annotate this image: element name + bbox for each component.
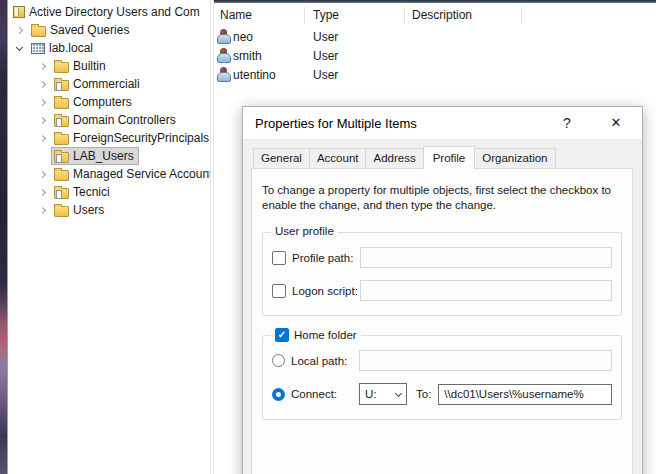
- connect-row: Connect: U: To:: [272, 383, 612, 405]
- tree-item-body[interactable]: Users: [51, 201, 109, 219]
- column-header-description[interactable]: Description: [405, 7, 522, 24]
- chevron-right-icon[interactable]: [34, 190, 51, 195]
- chevron-right-icon[interactable]: [34, 100, 51, 105]
- local-path-input[interactable]: [359, 350, 612, 371]
- tree-item-active-directory-users-and-com[interactable]: Active Directory Users and Com: [8, 3, 210, 21]
- tree-item-body[interactable]: Commerciali: [51, 75, 145, 93]
- drive-letter-value: U:: [365, 388, 377, 400]
- column-header-name[interactable]: Name: [214, 7, 305, 24]
- connect-to-input[interactable]: [438, 384, 612, 405]
- tree-item-body[interactable]: Active Directory Users and Com: [10, 3, 205, 21]
- list-item-neo[interactable]: neoUser: [214, 27, 656, 46]
- dialog-title: Properties for Multiple Items: [255, 116, 417, 131]
- tree-item-saved-queries[interactable]: Saved Queries: [8, 21, 210, 39]
- tree-item-foreignsecurityprincipals[interactable]: ForeignSecurityPrincipals: [8, 129, 210, 147]
- tree-item-computers[interactable]: Computers: [8, 93, 210, 111]
- dialog-titlebar[interactable]: Properties for Multiple Items ? ✕: [243, 107, 642, 139]
- home-folder-group-label: ✓ Home folder: [271, 328, 361, 342]
- local-path-radio[interactable]: [272, 354, 285, 367]
- aduc-console-window: Active Directory Users and ComSaved Quer…: [0, 0, 656, 474]
- local-path-row: Local path:: [272, 350, 612, 371]
- folder-icon: [54, 206, 69, 217]
- logon-script-checkbox[interactable]: [272, 284, 286, 298]
- chevron-right-icon[interactable]: [34, 172, 51, 177]
- tree-item-label: Active Directory Users and Com: [29, 5, 200, 19]
- name-cell: utentino: [214, 67, 305, 82]
- tree-item-managed-service-accounts[interactable]: Managed Service Accounts: [8, 165, 210, 183]
- tab-profile[interactable]: Profile: [423, 146, 476, 169]
- name-cell: smith: [214, 48, 305, 63]
- help-button[interactable]: ?: [550, 107, 584, 139]
- tree-item-label: Commerciali: [73, 77, 140, 91]
- tree-item-body[interactable]: Computers: [51, 93, 137, 111]
- ou-folder-icon: [54, 80, 69, 91]
- tree-item-label: lab.local: [49, 41, 93, 55]
- chevron-right-icon[interactable]: [34, 82, 51, 87]
- tab-organization[interactable]: Organization: [474, 148, 555, 168]
- tree-item-label: LAB_Users: [73, 149, 134, 163]
- tree-item-body[interactable]: lab.local: [28, 39, 98, 57]
- tree-item-lab-users[interactable]: LAB_Users: [8, 147, 210, 165]
- list-item-utentino[interactable]: utentinoUser: [214, 65, 656, 84]
- user-name: smith: [233, 49, 262, 63]
- folder-icon: [31, 26, 46, 37]
- logon-script-row: Logon script:: [272, 280, 612, 301]
- tree-item-tecnici[interactable]: Tecnici: [8, 183, 210, 201]
- properties-dialog: Properties for Multiple Items ? ✕ Genera…: [242, 106, 643, 474]
- chevron-right-icon[interactable]: [34, 208, 51, 213]
- home-folder-checkbox[interactable]: ✓: [275, 328, 289, 342]
- tree-item-lab-local[interactable]: lab.local: [8, 39, 210, 57]
- tree-item-label: ForeignSecurityPrincipals: [73, 131, 209, 145]
- logon-script-input[interactable]: [360, 280, 612, 301]
- tree-item-body[interactable]: Tecnici: [51, 183, 115, 201]
- profile-path-checkbox[interactable]: [272, 251, 286, 265]
- connect-to-label: To:: [416, 388, 431, 400]
- dropdown-chevron-icon: [395, 389, 402, 396]
- user-name: utentino: [233, 68, 276, 82]
- tab-account[interactable]: Account: [309, 148, 367, 168]
- tree-item-builtin[interactable]: Builtin: [8, 57, 210, 75]
- tree-item-body[interactable]: Managed Service Accounts: [51, 165, 210, 183]
- profile-path-input[interactable]: [360, 247, 612, 268]
- desktop-background: [0, 0, 7, 474]
- tree-item-domain-controllers[interactable]: Domain Controllers: [8, 111, 210, 129]
- drive-letter-select[interactable]: U:: [359, 383, 407, 405]
- column-header-type[interactable]: Type: [305, 7, 405, 24]
- tree-item-label: Computers: [73, 95, 132, 109]
- tree-item-users[interactable]: Users: [8, 201, 210, 219]
- tree-item-label: Tecnici: [73, 185, 110, 199]
- list-item-smith[interactable]: smithUser: [214, 46, 656, 65]
- tree-item-label: Domain Controllers: [73, 113, 176, 127]
- connect-radio[interactable]: [272, 388, 285, 401]
- dialog-description-line2: enable the change, and then type the cha…: [262, 198, 622, 213]
- user-profile-group: User profile Profile path: Logon script:: [262, 232, 622, 316]
- logon-script-label: Logon script:: [292, 285, 360, 297]
- tree-item-body[interactable]: Builtin: [51, 57, 111, 75]
- folder-icon: [54, 98, 69, 109]
- profile-path-label: Profile path:: [292, 252, 360, 264]
- tab-strip: GeneralAccountAddressProfileOrganization: [251, 146, 633, 168]
- ou-folder-icon: [54, 188, 69, 199]
- chevron-down-icon[interactable]: [11, 47, 28, 50]
- profile-path-row: Profile path:: [272, 247, 612, 268]
- user-icon: [216, 29, 230, 44]
- tab-address[interactable]: Address: [365, 148, 423, 168]
- tree-item-body[interactable]: ForeignSecurityPrincipals: [51, 129, 210, 147]
- close-button[interactable]: ✕: [596, 107, 636, 139]
- profile-tab-page: To change a property for multiple object…: [251, 168, 633, 474]
- chevron-right-icon[interactable]: [11, 28, 28, 33]
- tab-general[interactable]: General: [253, 148, 310, 168]
- chevron-right-icon[interactable]: [34, 118, 51, 123]
- tree-item-body[interactable]: LAB_Users: [51, 147, 139, 165]
- tree-item-commerciali[interactable]: Commerciali: [8, 75, 210, 93]
- tree-item-body[interactable]: Saved Queries: [28, 21, 134, 39]
- list-header: NameTypeDescription: [214, 3, 656, 27]
- dialog-description-line1: To change a property for multiple object…: [262, 183, 622, 198]
- chevron-right-icon[interactable]: [34, 136, 51, 141]
- chevron-right-icon[interactable]: [34, 64, 51, 69]
- tree-item-body[interactable]: Domain Controllers: [51, 111, 181, 129]
- type-cell: User: [305, 30, 405, 44]
- home-folder-label: Home folder: [294, 329, 357, 341]
- ou-folder-icon: [54, 116, 69, 127]
- local-path-label: Local path:: [291, 355, 359, 367]
